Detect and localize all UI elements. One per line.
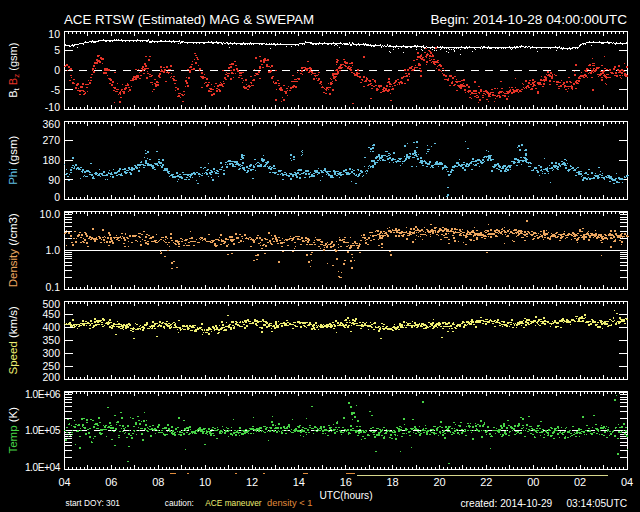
svg-text:00: 00 [527, 476, 539, 488]
svg-text:02: 02 [574, 476, 586, 488]
svg-text:ACE RTSW (Estimated) MAG & SWE: ACE RTSW (Estimated) MAG & SWEPAM [64, 12, 314, 27]
svg-text:22: 22 [480, 476, 492, 488]
svg-text:Speed (km/s): Speed (km/s) [7, 306, 19, 375]
svg-text:10: 10 [48, 28, 60, 40]
svg-text:180: 180 [42, 154, 60, 166]
svg-text:400: 400 [42, 321, 60, 333]
svg-text:Begin: 2014-10-28 04:00:00UTC: Begin: 2014-10-28 04:00:00UTC [431, 12, 628, 27]
svg-text:90: 90 [48, 174, 60, 186]
svg-text:5: 5 [54, 44, 60, 56]
svg-text:UTC(hours): UTC(hours) [319, 490, 372, 501]
svg-text:caution:: caution: [165, 498, 194, 508]
svg-text:0: 0 [54, 64, 60, 76]
svg-text:-10: -10 [45, 101, 60, 113]
svg-text:360: 360 [42, 118, 60, 130]
svg-text:start DOY: 301: start DOY: 301 [66, 498, 121, 508]
svg-text:300: 300 [42, 347, 60, 359]
svg-text:1.0E+05: 1.0E+05 [25, 425, 61, 436]
svg-text:created: 2014-10-29 03:14:: created: 2014-10-29 03:14:05UTC [461, 498, 628, 509]
svg-text:14: 14 [293, 476, 305, 488]
svg-text:200: 200 [42, 371, 60, 383]
svg-text:04: 04 [58, 476, 70, 488]
svg-text:20: 20 [433, 476, 445, 488]
svg-text:10: 10 [199, 476, 211, 488]
svg-text:1.0: 1.0 [45, 244, 60, 256]
svg-text:-5: -5 [51, 84, 60, 96]
svg-text:18: 18 [387, 476, 399, 488]
svg-text:ACE maneuver: ACE maneuver [205, 498, 261, 508]
svg-text:06: 06 [105, 476, 117, 488]
svg-text:Temp (K): Temp (K) [7, 407, 19, 454]
svg-text:04: 04 [621, 476, 633, 488]
svg-text:270: 270 [42, 134, 60, 146]
svg-text:Phi (gsm): Phi (gsm) [7, 135, 19, 184]
svg-text:0: 0 [54, 191, 60, 203]
svg-text:08: 08 [152, 476, 164, 488]
svg-text:16: 16 [340, 476, 352, 488]
svg-text:450: 450 [42, 308, 60, 320]
svg-text:1.0E+04: 1.0E+04 [25, 462, 61, 473]
svg-text:1.0E+06: 1.0E+06 [25, 389, 61, 400]
svg-text:10.0: 10.0 [40, 208, 61, 220]
svg-text:12: 12 [246, 476, 258, 488]
svg-text:density < 1: density < 1 [267, 498, 312, 508]
svg-text:Density (/cm3): Density (/cm3) [7, 213, 19, 287]
svg-text:350: 350 [42, 334, 60, 346]
svg-text:0.1: 0.1 [45, 281, 60, 293]
